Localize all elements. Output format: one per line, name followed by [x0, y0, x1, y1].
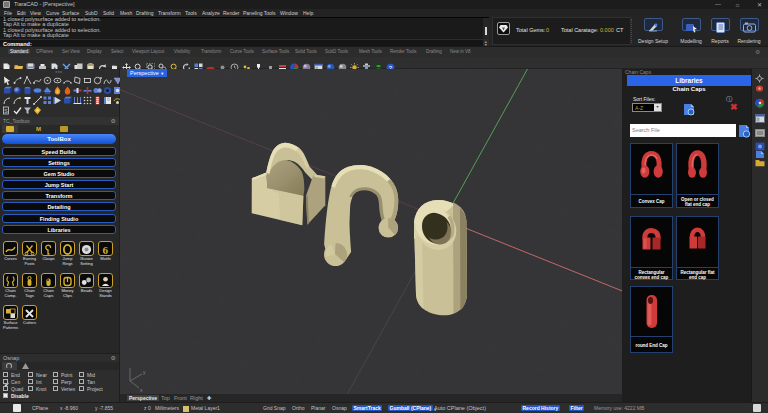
svg-text:6: 6 [102, 244, 108, 256]
svg-text:S: S [4, 108, 8, 114]
